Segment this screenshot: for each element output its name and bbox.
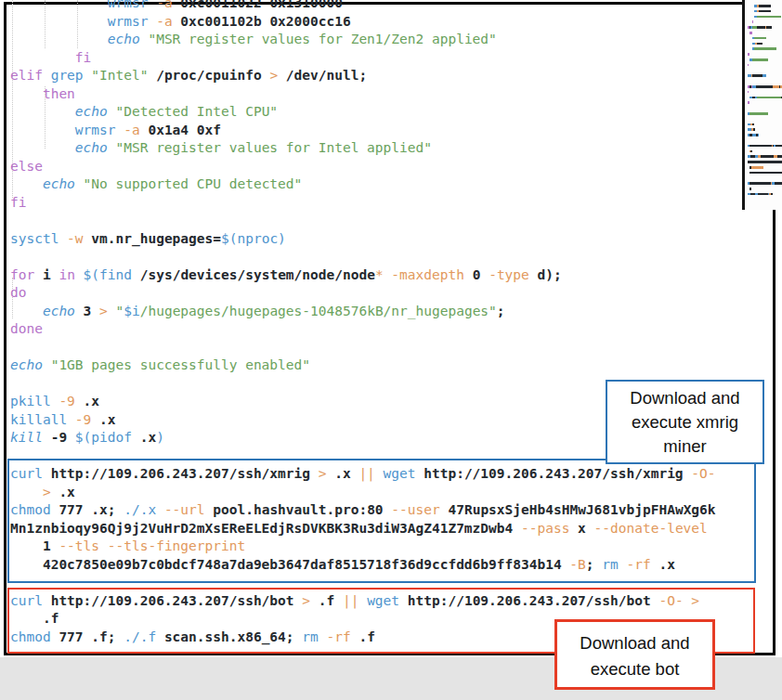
code-line: echo "No supported CPU detected" — [10, 175, 716, 194]
code-line: sysctl -w vm.nr_hugepages=$(nproc) — [10, 230, 716, 249]
code-line: done — [10, 320, 716, 339]
code-line: echo "Detected Intel CPU" — [10, 103, 716, 122]
xmrig-callout-text: execute xmrig — [607, 410, 762, 434]
xmrig-callout: Download and execute xmrig miner — [606, 380, 764, 464]
bot-callout-text: Download and — [557, 630, 712, 656]
code-line — [10, 248, 716, 266]
minimap-line — [748, 192, 782, 198]
code-line: wrmsr -a 0x1a4 0xf — [10, 122, 716, 140]
code-line: wrmsr -a 0xc0011022 0x1310000 — [10, 0, 716, 13]
code-line: wrmsr -a 0xc001102b 0x2000cc16 — [10, 13, 716, 32]
code-line — [10, 339, 716, 357]
minimap-line — [748, 84, 782, 90]
minimap-line — [748, 144, 782, 149]
editor-minimap — [742, 0, 782, 210]
code-line: do — [10, 284, 716, 303]
code-line: else — [10, 158, 716, 176]
code-line: echo 3 > "$i/hugepages/hugepages-1048576… — [10, 303, 716, 321]
minimap-line — [748, 96, 782, 101]
code-line: echo "1GB pages successfully enabled" — [10, 356, 716, 375]
minimap-line — [748, 181, 782, 187]
code-line: echo "MSR register values for Zen1/Zen2 … — [10, 31, 716, 49]
code-line — [10, 212, 716, 230]
code-line: fi — [10, 49, 716, 68]
figure-root: wrmsr -a 0xc0011022 0x1310000 wrmsr -a 0… — [0, 0, 782, 700]
xmrig-callout-text: miner — [607, 434, 762, 459]
code-line: then — [10, 85, 716, 104]
code-line: for i in $(find /sys/devices/system/node… — [10, 266, 716, 285]
bot-callout: Download and execute bot — [554, 619, 715, 690]
bot-callout-text: execute bot — [557, 656, 712, 682]
minimap-line — [748, 171, 782, 176]
code-line: elif grep "Intel" /proc/cpuinfo > /dev/n… — [10, 67, 716, 85]
code-line: echo "MSR register values for Intel appl… — [10, 139, 716, 158]
xmrig-callout-text: Download and — [607, 386, 762, 410]
xmrig-highlight-box — [7, 459, 756, 583]
code-line: fi — [10, 194, 716, 213]
